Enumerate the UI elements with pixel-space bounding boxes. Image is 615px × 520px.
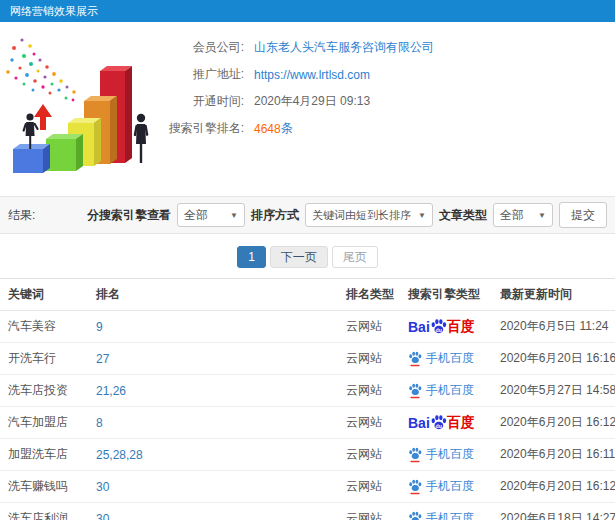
mobile-baidu-label: 手机百度 [426, 351, 474, 365]
keyword-cell: 开洗车行 [0, 343, 88, 375]
engine-cell: Baidu百度 [400, 407, 492, 439]
mobile-baidu-logo: 手机百度 [408, 383, 474, 397]
page-1-button[interactable]: 1 [237, 246, 266, 268]
rank-type-cell: 云网站 [338, 439, 400, 471]
open-time-label: 开通时间: [118, 93, 244, 110]
rank-link[interactable]: 27 [88, 343, 338, 375]
baidu-logo-cn-text: 百度 [447, 414, 475, 430]
keyword-cell: 洗车赚钱吗 [0, 471, 88, 503]
mobile-baidu-paw-icon [408, 350, 422, 367]
baidu-paw-icon: du [430, 414, 447, 431]
caret-down-icon: ▼ [418, 211, 426, 220]
col-rank: 排名 [88, 279, 338, 311]
rank-type-cell: 云网站 [338, 407, 400, 439]
rank-type-cell: 云网站 [338, 311, 400, 343]
mobile-baidu-label: 手机百度 [426, 511, 474, 520]
svg-text:du: du [435, 423, 441, 429]
rank-link[interactable]: 25,28,28 [88, 439, 338, 471]
open-time-value: 2020年4月29日 09:13 [254, 93, 370, 110]
mobile-baidu-paw-icon [408, 510, 422, 520]
sort-select-value: 关键词由短到长排序 [312, 208, 411, 223]
keyword-cell: 洗车店利润 [0, 503, 88, 520]
table-row: 汽车加盟店8云网站Baidu百度2020年6月20日 16:12 [0, 407, 615, 439]
mobile-baidu-logo: 手机百度 [408, 447, 474, 461]
mobile-baidu-label: 手机百度 [426, 383, 474, 397]
last-page-button[interactable]: 尾页 [332, 246, 378, 268]
open-time-row: 开通时间: 2020年4月29日 09:13 [118, 88, 434, 115]
bar-green [46, 134, 83, 171]
rank-link[interactable]: 8 [88, 407, 338, 439]
engine-cell: Baidu百度 [400, 311, 492, 343]
submit-button[interactable]: 提交 [559, 202, 607, 228]
rank-link[interactable]: 21,26 [88, 375, 338, 407]
engine-cell: 手机百度 [400, 375, 492, 407]
mobile-baidu-logo: 手机百度 [408, 351, 474, 365]
baidu-logo-text: Bai [408, 415, 430, 431]
engine-rank-suffix-link[interactable]: 条 [281, 120, 293, 137]
engine-cell: 手机百度 [400, 343, 492, 375]
article-type-select[interactable]: 全部 ▼ [493, 203, 553, 227]
member-company-link[interactable]: 山东老人头汽车服务咨询有限公司 [254, 39, 434, 56]
sort-select[interactable]: 关键词由短到长排序 ▼ [305, 203, 433, 227]
update-time-cell: 2020年6月20日 16:11 [492, 439, 615, 471]
table-row: 洗车店投资21,26云网站手机百度2020年5月27日 14:58 [0, 375, 615, 407]
rank-link[interactable]: 9 [88, 311, 338, 343]
table-row: 洗车赚钱吗30云网站手机百度2020年6月20日 16:12 [0, 471, 615, 503]
article-type-select-value: 全部 [500, 207, 524, 224]
caret-down-icon: ▼ [538, 211, 546, 220]
mobile-baidu-label: 手机百度 [426, 447, 474, 461]
results-table: 关键词 排名 排名类型 搜索引擎类型 最新更新时间 汽车美容9云网站Baidu百… [0, 278, 615, 520]
rank-link[interactable]: 30 [88, 471, 338, 503]
member-info-section: 会员公司: 山东老人头汽车服务咨询有限公司 推广地址: https://www.… [0, 22, 615, 196]
engine-cell: 手机百度 [400, 503, 492, 520]
mobile-baidu-paw-icon [408, 382, 422, 399]
rank-link[interactable]: 30 [88, 503, 338, 520]
mobile-baidu-logo: 手机百度 [408, 511, 474, 520]
promotion-url-row: 推广地址: https://www.lrtlsd.com [118, 61, 434, 88]
sort-filter-label: 排序方式 [251, 207, 299, 224]
results-table-head: 关键词 排名 排名类型 搜索引擎类型 最新更新时间 [0, 279, 615, 311]
header-row: 关键词 排名 排名类型 搜索引擎类型 最新更新时间 [0, 279, 615, 311]
rank-type-cell: 云网站 [338, 503, 400, 520]
filter-bar: 结果: 分搜索引擎查看 全部 ▼ 排序方式 关键词由短到长排序 ▼ 文章类型 全… [0, 196, 615, 234]
update-time-cell: 2020年6月20日 16:16 [492, 343, 615, 375]
engine-rank-count: 4648 [254, 122, 281, 136]
col-keyword: 关键词 [0, 279, 88, 311]
promotion-url-label: 推广地址: [118, 66, 244, 83]
confetti-dots [6, 38, 76, 101]
filter-controls: 分搜索引擎查看 全部 ▼ 排序方式 关键词由短到长排序 ▼ 文章类型 全部 ▼ … [87, 202, 607, 228]
member-company-label: 会员公司: [118, 39, 244, 56]
engine-cell: 手机百度 [400, 471, 492, 503]
col-engine-type: 搜索引擎类型 [400, 279, 492, 311]
caret-down-icon: ▼ [230, 211, 238, 220]
engine-select[interactable]: 全部 ▼ [177, 203, 245, 227]
mobile-baidu-label: 手机百度 [426, 479, 474, 493]
engine-select-value: 全部 [184, 207, 208, 224]
svg-text:du: du [435, 327, 441, 333]
engine-rank-label: 搜索引擎排名: [118, 120, 244, 137]
results-table-body: 汽车美容9云网站Baidu百度2020年6月5日 11:24开洗车行27云网站手… [0, 311, 615, 520]
engine-rank-row: 搜索引擎排名: 4648条 [118, 115, 434, 142]
keyword-cell: 汽车加盟店 [0, 407, 88, 439]
update-time-cell: 2020年6月20日 16:12 [492, 407, 615, 439]
article-type-label: 文章类型 [439, 207, 487, 224]
page-header: 网络营销效果展示 [0, 0, 615, 22]
rank-type-cell: 云网站 [338, 471, 400, 503]
promotion-url-link[interactable]: https://www.lrtlsd.com [254, 68, 370, 82]
baidu-logo: Baidu百度 [408, 319, 475, 333]
rank-type-cell: 云网站 [338, 375, 400, 407]
businessman-left [22, 113, 39, 149]
update-time-cell: 2020年6月18日 14:27 [492, 503, 615, 520]
mobile-baidu-logo: 手机百度 [408, 479, 474, 493]
table-row: 洗车店利润30云网站手机百度2020年6月18日 14:27 [0, 503, 615, 520]
update-time-cell: 2020年6月20日 16:12 [492, 471, 615, 503]
next-page-button[interactable]: 下一页 [270, 246, 328, 268]
col-rank-type: 排名类型 [338, 279, 400, 311]
col-update-time: 最新更新时间 [492, 279, 615, 311]
bar-blue [13, 144, 50, 173]
page: 网络营销效果展示 [0, 0, 615, 520]
engine-cell: 手机百度 [400, 439, 492, 471]
update-time-cell: 2020年5月27日 14:58 [492, 375, 615, 407]
member-company-row: 会员公司: 山东老人头汽车服务咨询有限公司 [118, 34, 434, 61]
table-row: 开洗车行27云网站手机百度2020年6月20日 16:16 [0, 343, 615, 375]
